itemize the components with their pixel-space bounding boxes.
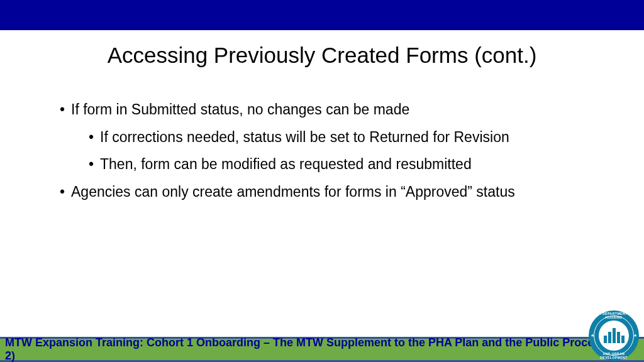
- seal-building-bar: [613, 328, 616, 343]
- sub-bullet-text: If corrections needed, status will be se…: [100, 129, 509, 145]
- slide-title: Accessing Previously Created Forms (cont…: [0, 43, 644, 68]
- bullet-list: If form in Submitted status, no changes …: [60, 96, 584, 206]
- star-icon: ★: [633, 333, 637, 338]
- footer-text: MTW Expansion Training: Cohort 1 Onboard…: [5, 336, 644, 362]
- sub-bullet-item: If corrections needed, status will be se…: [89, 124, 584, 151]
- sub-bullet-list: If corrections needed, status will be se…: [71, 124, 584, 178]
- bullet-text: If form in Submitted status, no changes …: [71, 101, 409, 118]
- sub-bullet-text: Then, form can be modified as requested …: [100, 156, 472, 172]
- header-bar: [0, 0, 644, 30]
- seal-inner-circle: [599, 321, 629, 351]
- sub-bullet-item: Then, form can be modified as requested …: [89, 151, 584, 178]
- hud-seal-icon: U.S. DEPARTMENT OF HOUSING ★ ★ AND URBAN…: [589, 310, 639, 361]
- seal-building-bar: [604, 336, 607, 343]
- seal-building-bar: [617, 332, 620, 343]
- seal-outer-circle: U.S. DEPARTMENT OF HOUSING ★ ★ AND URBAN…: [589, 310, 639, 361]
- bullet-item: Agencies can only create amendments for …: [60, 178, 584, 206]
- star-icon: ★: [591, 333, 594, 338]
- seal-building-bar: [608, 332, 611, 343]
- footer-bar: MTW Expansion Training: Cohort 1 Onboard…: [0, 337, 644, 362]
- seal-bottom-text: AND URBAN DEVELOPMENT: [589, 352, 639, 359]
- bullet-item: If form in Submitted status, no changes …: [60, 96, 584, 178]
- slide-content: If form in Submitted status, no changes …: [0, 68, 644, 206]
- seal-building-bar: [621, 336, 625, 343]
- bullet-text: Agencies can only create amendments for …: [71, 184, 515, 200]
